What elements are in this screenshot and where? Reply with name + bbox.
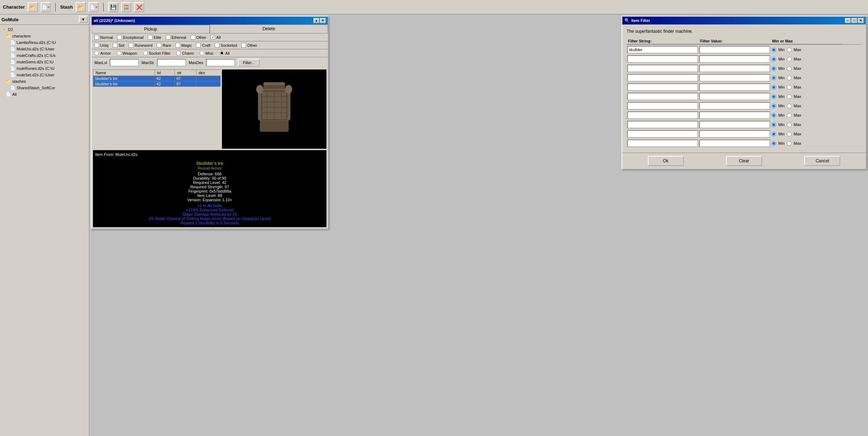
- rb-misc[interactable]: Misc: [200, 51, 214, 55]
- filter-value-input-4[interactable]: [699, 84, 770, 91]
- filter-button[interactable]: Filter...: [238, 59, 260, 67]
- filter-string-input-1[interactable]: [627, 55, 698, 63]
- filter-min-radio-7[interactable]: [771, 113, 776, 118]
- filter-value-input-2[interactable]: [699, 65, 770, 72]
- filter-max-radio-5[interactable]: [787, 94, 792, 99]
- cb-ethereal[interactable]: Ethereal: [166, 35, 186, 40]
- filter-max-radio-4[interactable]: [787, 85, 792, 90]
- cb-all-1[interactable]: All: [210, 35, 221, 40]
- cb-magic-box[interactable]: [175, 43, 180, 48]
- rb-armor[interactable]: Armor: [94, 51, 111, 55]
- filter-string-input-4[interactable]: [627, 84, 698, 91]
- cb-set[interactable]: Set: [113, 43, 125, 48]
- tree-d2[interactable]: 🔸 D2: [1, 26, 88, 33]
- rb-socket-filler[interactable]: Socket Filler: [143, 51, 171, 55]
- tree-char-1[interactable]: 📄 MuleUni.d2s (C:\User: [1, 46, 88, 52]
- tree-char-3[interactable]: 📄 muleGems.d2s (C:\U: [1, 59, 88, 65]
- filter-min-radio-10[interactable]: [771, 141, 776, 146]
- table-row[interactable]: Skullder's Ire 42 97: [93, 76, 221, 81]
- cb-exceptional-box[interactable]: [117, 35, 122, 40]
- filter-min-radio-8[interactable]: [771, 122, 776, 127]
- cb-normal-box[interactable]: [94, 35, 99, 40]
- calculator-btn[interactable]: 🧮: [121, 2, 131, 12]
- maxdex-input[interactable]: [206, 59, 235, 66]
- filter-min-radio-0[interactable]: [771, 48, 776, 52]
- close-btn[interactable]: ❌: [134, 2, 144, 12]
- table-row[interactable]: Skullder's Ire 42 97: [93, 81, 221, 87]
- filter-max-radio-0[interactable]: [787, 48, 792, 52]
- delete-btn[interactable]: Delete: [210, 24, 328, 33]
- maxstr-input[interactable]: [157, 59, 186, 66]
- cb-all-1-box[interactable]: [210, 35, 215, 40]
- filter-min-radio-1[interactable]: [771, 57, 776, 62]
- cb-other-2[interactable]: Other: [241, 43, 257, 48]
- rb-armor-btn[interactable]: [94, 51, 99, 55]
- filter-close-btn[interactable]: ✕: [858, 18, 864, 23]
- filter-min-radio-3[interactable]: [771, 76, 776, 80]
- filter-max-radio-9[interactable]: [787, 132, 792, 136]
- new-character-btn[interactable]: 📄+: [41, 2, 51, 12]
- tree-char-0[interactable]: 📄 LamboResu.d2s (C:\U: [1, 39, 88, 46]
- cb-set-box[interactable]: [113, 43, 117, 48]
- tree-stash-0[interactable]: 📄 SharedStash_SoftCor: [1, 85, 88, 91]
- rb-charm[interactable]: Charm: [176, 51, 194, 55]
- rb-all-btn[interactable]: [219, 51, 224, 55]
- tree-all[interactable]: 📄 All: [1, 91, 88, 98]
- cb-other-1-box[interactable]: [191, 35, 195, 40]
- filter-string-input-6[interactable]: [627, 102, 698, 109]
- filter-max-radio-1[interactable]: [787, 57, 792, 62]
- filter-max-radio-3[interactable]: [787, 76, 792, 80]
- cb-elite-box[interactable]: [148, 35, 152, 40]
- tree-stashes[interactable]: 📁 stashes: [1, 78, 88, 85]
- filter-string-input-3[interactable]: [627, 74, 698, 81]
- filter-min-radio-5[interactable]: [771, 94, 776, 99]
- cb-exceptional[interactable]: Exceptional: [117, 35, 143, 40]
- filter-string-input-7[interactable]: [627, 112, 698, 119]
- cb-craft-box[interactable]: [196, 43, 201, 48]
- rb-socket-filler-btn[interactable]: [143, 51, 148, 55]
- filter-max-radio-8[interactable]: [787, 122, 792, 127]
- maxlvl-input[interactable]: [110, 59, 139, 66]
- filter-max-radio-7[interactable]: [787, 113, 792, 118]
- cancel-button[interactable]: Cancel: [804, 156, 840, 166]
- cb-socketed[interactable]: Socketed: [215, 43, 237, 48]
- cb-rare-box[interactable]: [157, 43, 161, 48]
- filter-min-radio-6[interactable]: [771, 104, 776, 108]
- filter-min-radio-4[interactable]: [771, 85, 776, 90]
- tree-char-5[interactable]: 📄 muleSet.d2s (C:\User: [1, 72, 88, 78]
- filter-string-input-0[interactable]: [627, 46, 698, 53]
- filter-value-input-5[interactable]: [699, 93, 770, 100]
- filter-value-input-3[interactable]: [699, 74, 770, 81]
- cb-ethereal-box[interactable]: [166, 35, 170, 40]
- item-window-restore-btn[interactable]: ▲: [313, 18, 319, 23]
- cb-normal[interactable]: Normal: [94, 35, 113, 40]
- cb-craft[interactable]: Craft: [196, 43, 210, 48]
- cb-magic[interactable]: Magic: [175, 43, 192, 48]
- filter-value-input-0[interactable]: [699, 46, 770, 53]
- ok-button[interactable]: Ok: [648, 156, 684, 166]
- cb-runeword[interactable]: Runeword: [129, 43, 152, 48]
- cb-rare[interactable]: Rare: [157, 43, 171, 48]
- filter-string-input-10[interactable]: [627, 140, 698, 147]
- save-btn[interactable]: 💾: [108, 2, 118, 12]
- cb-runeword-box[interactable]: [129, 43, 133, 48]
- filter-string-input-2[interactable]: [627, 65, 698, 72]
- filter-max-radio-6[interactable]: [787, 104, 792, 108]
- filter-string-input-5[interactable]: [627, 93, 698, 100]
- filter-value-input-10[interactable]: [699, 140, 770, 147]
- tree-char-4[interactable]: 📄 muleRunes.d2s (C:\U: [1, 65, 88, 72]
- filter-value-input-8[interactable]: [699, 121, 770, 128]
- pickup-btn[interactable]: Pickup: [92, 24, 210, 33]
- filter-min-radio-9[interactable]: [771, 132, 776, 136]
- new-stash-btn[interactable]: 📄+: [89, 2, 99, 12]
- filter-max-radio-10[interactable]: [787, 141, 792, 146]
- filter-maximize-btn[interactable]: □: [851, 18, 857, 23]
- sidebar-dropdown-btn[interactable]: ▼: [79, 16, 88, 23]
- open-character-btn[interactable]: 📂: [28, 2, 38, 12]
- filter-string-input-9[interactable]: [627, 130, 698, 138]
- filter-value-input-6[interactable]: [699, 102, 770, 109]
- cb-socketed-box[interactable]: [215, 43, 219, 48]
- rb-weapon[interactable]: Weapon: [117, 51, 137, 55]
- rb-all[interactable]: All: [219, 51, 230, 55]
- filter-value-input-9[interactable]: [699, 130, 770, 138]
